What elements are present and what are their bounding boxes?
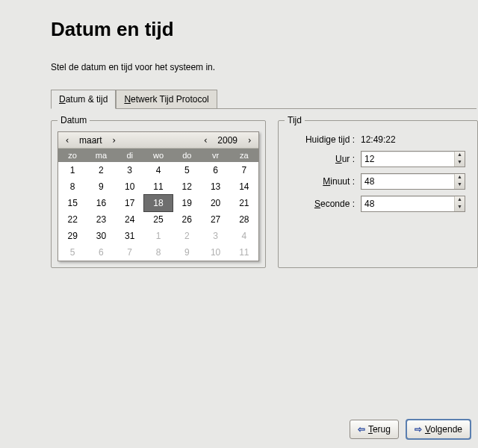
- arrow-right-icon: ⇨: [415, 424, 422, 435]
- tab-bar: Datum & tijdNetwerk Tijd Protocol: [51, 89, 477, 109]
- calendar-day[interactable]: 8: [144, 244, 173, 261]
- calendar-day[interactable]: 11: [230, 244, 258, 261]
- calendar-day[interactable]: 15: [58, 195, 87, 211]
- calendar-day[interactable]: 1: [58, 162, 87, 178]
- calendar-day[interactable]: 7: [230, 162, 258, 178]
- dayname: zo: [58, 149, 87, 162]
- calendar-day[interactable]: 19: [173, 195, 201, 211]
- dayname: vr: [201, 149, 229, 162]
- calendar-day[interactable]: 5: [173, 162, 201, 178]
- calendar-day[interactable]: 21: [230, 195, 258, 211]
- calendar-day[interactable]: 9: [173, 244, 201, 261]
- calendar-grid: 1234567891011121314151617181920212223242…: [58, 162, 258, 261]
- current-time-value: 12:49:22: [361, 134, 465, 145]
- tab-1[interactable]: Netwerk Tijd Protocol: [116, 90, 217, 109]
- calendar-day[interactable]: 8: [58, 178, 87, 195]
- hour-down-button[interactable]: ▼: [455, 159, 465, 167]
- calendar-day[interactable]: 10: [116, 178, 144, 195]
- time-fieldset: Tijd Huidige tijd : 12:49:22 Uur : 12 ▲▼…: [278, 115, 478, 268]
- dayname: wo: [144, 149, 173, 162]
- minute-down-button[interactable]: ▼: [455, 181, 465, 189]
- calendar: ‹ maart › ‹ 2009 › zomadiwodovrza 123456…: [58, 131, 259, 261]
- calendar-day[interactable]: 24: [116, 211, 144, 228]
- calendar-day[interactable]: 3: [116, 162, 144, 178]
- calendar-day[interactable]: 30: [87, 228, 115, 244]
- calendar-day[interactable]: 20: [201, 195, 229, 211]
- next-month-button[interactable]: ›: [108, 135, 120, 146]
- hour-label: Uur :: [288, 154, 355, 164]
- calendar-header: ‹ maart › ‹ 2009 ›: [58, 132, 258, 149]
- dayname: ma: [87, 149, 115, 162]
- calendar-day[interactable]: 3: [201, 228, 229, 244]
- calendar-day[interactable]: 12: [173, 178, 201, 195]
- second-label: Seconde :: [288, 199, 355, 209]
- date-legend: Datum: [58, 115, 90, 125]
- date-fieldset: Datum ‹ maart › ‹ 2009 › zomadiwodovrza …: [51, 115, 266, 268]
- calendar-daynames: zomadiwodovrza: [58, 149, 258, 162]
- current-time-label: Huidige tijd :: [288, 134, 355, 145]
- calendar-day[interactable]: 9: [87, 178, 115, 195]
- calendar-year[interactable]: 2009: [211, 135, 243, 146]
- calendar-day[interactable]: 22: [58, 211, 87, 228]
- dayname: di: [116, 149, 144, 162]
- back-button[interactable]: ⇦ Terug: [350, 420, 399, 439]
- second-up-button[interactable]: ▲: [455, 196, 465, 204]
- calendar-day[interactable]: 4: [144, 162, 173, 178]
- calendar-day[interactable]: 26: [173, 211, 201, 228]
- prev-year-button[interactable]: ‹: [199, 135, 211, 146]
- calendar-day[interactable]: 6: [87, 244, 115, 261]
- calendar-day[interactable]: 29: [58, 228, 87, 244]
- calendar-day[interactable]: 16: [87, 195, 115, 211]
- hour-value[interactable]: 12: [361, 152, 454, 167]
- calendar-day[interactable]: 27: [201, 211, 229, 228]
- calendar-day[interactable]: 23: [87, 211, 115, 228]
- calendar-day[interactable]: 28: [230, 211, 258, 228]
- tab-0[interactable]: Datum & tijd: [51, 90, 116, 109]
- calendar-day[interactable]: 6: [201, 162, 229, 178]
- calendar-day[interactable]: 10: [201, 244, 229, 261]
- dayname: do: [173, 149, 201, 162]
- minute-spinbox[interactable]: 48 ▲▼: [361, 173, 465, 190]
- hour-spinbox[interactable]: 12 ▲▼: [361, 151, 465, 167]
- minute-up-button[interactable]: ▲: [455, 174, 465, 181]
- second-value[interactable]: 48: [361, 196, 454, 211]
- page-subtitle: Stel de datum en tijd voor het systeem i…: [51, 62, 451, 72]
- calendar-day[interactable]: 13: [201, 178, 229, 195]
- calendar-day[interactable]: 14: [230, 178, 258, 195]
- next-button[interactable]: ⇨ Volgende: [406, 420, 471, 439]
- time-legend: Tijd: [285, 115, 305, 125]
- minute-value[interactable]: 48: [361, 174, 454, 189]
- next-year-button[interactable]: ›: [243, 135, 255, 146]
- page-title: Datum en tijd: [51, 18, 451, 41]
- calendar-day[interactable]: 31: [116, 228, 144, 244]
- dayname: za: [230, 149, 258, 162]
- calendar-day[interactable]: 2: [173, 228, 201, 244]
- calendar-day[interactable]: 11: [144, 178, 173, 195]
- calendar-day[interactable]: 2: [87, 162, 115, 178]
- calendar-day[interactable]: 25: [144, 211, 173, 228]
- calendar-day[interactable]: 4: [230, 228, 258, 244]
- calendar-day[interactable]: 1: [144, 228, 173, 244]
- calendar-month[interactable]: maart: [73, 135, 108, 146]
- prev-month-button[interactable]: ‹: [61, 135, 73, 146]
- calendar-day[interactable]: 7: [116, 244, 144, 261]
- calendar-day[interactable]: 18: [144, 195, 173, 211]
- second-down-button[interactable]: ▼: [455, 204, 465, 211]
- hour-up-button[interactable]: ▲: [455, 152, 465, 159]
- calendar-day[interactable]: 5: [58, 244, 87, 261]
- calendar-day[interactable]: 17: [116, 195, 144, 211]
- minute-label: Minuut :: [288, 176, 355, 187]
- second-spinbox[interactable]: 48 ▲▼: [361, 196, 465, 212]
- arrow-left-icon: ⇦: [358, 424, 365, 435]
